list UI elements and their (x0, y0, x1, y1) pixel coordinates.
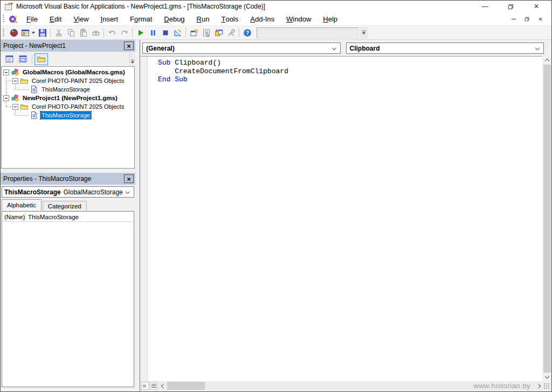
tree-expander-minus[interactable] (12, 78, 18, 84)
menu-item-format[interactable]: Format (124, 12, 158, 25)
tab-alphabetic[interactable]: Alphabetic (2, 199, 42, 211)
project-panel-close-button[interactable]: × (124, 41, 134, 50)
chevron-left-icon (161, 383, 165, 388)
view-host-app-button[interactable] (8, 27, 20, 39)
menu-item-run[interactable]: Run (191, 12, 216, 25)
code-margin-indicator-bar (141, 57, 148, 381)
break-button[interactable] (147, 27, 159, 39)
run-icon (136, 29, 145, 37)
tree-item-label: NewProject1 (NewProject1.gms) (22, 94, 119, 102)
tree-item-corel-photo-paint-2025-objects[interactable]: Corel PHOTO-PAINT 2025 Objects (2, 102, 134, 111)
vertical-scrollbar[interactable] (543, 56, 551, 381)
minimize-icon (482, 6, 488, 7)
menu-item-add-ins[interactable]: Add-Ins (244, 12, 280, 25)
menubar-drag-grip[interactable] (3, 15, 4, 23)
minimize-button[interactable] (472, 1, 498, 12)
object-dropdown-value: (General) (146, 45, 175, 52)
scroll-up-button[interactable] (543, 57, 551, 64)
tree-item-corel-photo-paint-2025-objects[interactable]: Corel PHOTO-PAINT 2025 Objects (2, 76, 134, 85)
resize-grip[interactable] (544, 383, 550, 389)
tree-item-thismacrostorage[interactable]: ThisMacroStorage (2, 85, 134, 94)
scroll-right-button[interactable] (535, 381, 542, 390)
view-object-icon (18, 54, 27, 64)
view-code-button[interactable] (3, 53, 16, 65)
toolbar-overflow-button[interactable] (360, 27, 368, 39)
view-object-button[interactable] (16, 53, 30, 65)
tree-item-label: ThisMacroStorage (40, 111, 91, 119)
scroll-down-button[interactable] (543, 374, 551, 381)
vba-main-window: Microsoft Visual Basic for Applications … (0, 0, 552, 392)
properties-panel-close-button[interactable]: × (124, 174, 134, 183)
project-toolbar-overflow-button[interactable] (129, 52, 135, 66)
object-dropdown[interactable]: (General) (142, 43, 341, 54)
mdi-restore-icon (525, 17, 529, 22)
help-button[interactable]: ? (241, 27, 253, 39)
project-panel-header: Project - NewProject1 × (1, 40, 135, 52)
restore-button[interactable] (498, 1, 523, 12)
folder-icon (20, 76, 29, 85)
cut-icon (54, 29, 63, 37)
chevron-down-icon (126, 190, 130, 194)
menu-item-tools[interactable]: Tools (215, 12, 244, 25)
tree-expander-minus[interactable] (3, 69, 9, 75)
paste-button (77, 27, 89, 39)
procedure-dropdown[interactable]: Clipboard (346, 43, 544, 54)
reset-button[interactable] (159, 27, 171, 39)
document-icon (30, 85, 38, 94)
menu-item-debug[interactable]: Debug (158, 12, 190, 25)
properties-window-icon (202, 29, 211, 37)
procedure-dropdown-value: Clipboard (350, 45, 380, 52)
code-editor[interactable]: Sub Clipboard()CreateDocumentFromClipboa… (141, 56, 542, 381)
toolbar-empty-combo[interactable] (257, 27, 359, 38)
menu-item-window[interactable]: Window (280, 12, 317, 25)
object-selector-combo[interactable]: ThisMacroStorage GlobalMacroStorage (2, 186, 134, 198)
window-title: Microsoft Visual Basic for Applications … (16, 3, 265, 10)
project-tree-box: GlobalMacros (GlobalMacros.gms)Corel PHO… (1, 66, 135, 169)
project-explorer-button[interactable] (188, 27, 200, 39)
menu-item-edit[interactable]: Edit (44, 12, 67, 25)
toggle-folders-button[interactable] (34, 53, 48, 65)
menu-item-view[interactable]: View (67, 12, 94, 25)
mdi-minimize-button[interactable] (507, 14, 520, 25)
mdi-close-button[interactable]: × (534, 14, 547, 25)
insert-userform-button[interactable] (20, 27, 36, 39)
close-button[interactable]: × (523, 1, 549, 12)
properties-window-button[interactable] (200, 27, 212, 39)
menu-item-help[interactable]: Help (317, 12, 343, 25)
cut-button (52, 27, 65, 39)
tree-expander-minus[interactable] (3, 95, 9, 101)
undo-icon (108, 29, 116, 37)
chevron-right-icon (536, 383, 541, 388)
property-name: (Name) (3, 212, 25, 221)
tree-item-thismacrostorage[interactable]: ThisMacroStorage (2, 111, 134, 120)
run-button[interactable] (134, 27, 147, 39)
full-module-view-icon (151, 384, 156, 384)
toolbox-icon (227, 29, 236, 37)
overflow-arrow-icon (362, 32, 365, 34)
tree-expander-minus[interactable] (12, 104, 18, 110)
horizontal-scrollbar-thumb[interactable] (167, 382, 205, 390)
object-browser-button[interactable] (212, 27, 225, 39)
menu-item-insert[interactable]: Insert (95, 12, 125, 25)
scroll-left-button[interactable] (160, 381, 167, 390)
toolbar-drag-grip[interactable] (3, 29, 4, 37)
tree-item-newproject1-newproject1-gms[interactable]: NewProject1 (NewProject1.gms) (2, 94, 134, 102)
property-row: (Name)ThisMacroStorage (3, 212, 133, 222)
menubar: FileEditViewInsertFormatDebugRunToolsAdd… (1, 12, 551, 26)
vertical-scrollbar-thumb[interactable] (543, 65, 551, 373)
design-mode-button[interactable] (171, 27, 184, 39)
save-button[interactable] (36, 27, 49, 39)
restore-icon (508, 4, 514, 10)
mdi-restore-button[interactable] (520, 14, 534, 25)
tree-item-globalmacros-globalmacros-gms[interactable]: GlobalMacros (GlobalMacros.gms) (2, 68, 134, 76)
toolbar-separator (185, 28, 186, 37)
vba-app-icon (4, 2, 13, 11)
full-module-view-button[interactable] (150, 382, 158, 390)
property-value[interactable]: ThisMacroStorage (25, 212, 79, 221)
procedure-view-button[interactable] (141, 382, 149, 390)
tab-categorized[interactable]: Categorized (43, 201, 87, 211)
document-app-icon[interactable] (9, 15, 18, 24)
tree-item-label: ThisMacroStorage (40, 86, 91, 93)
toolbox-button (225, 27, 237, 39)
menu-item-file[interactable]: File (20, 12, 44, 25)
